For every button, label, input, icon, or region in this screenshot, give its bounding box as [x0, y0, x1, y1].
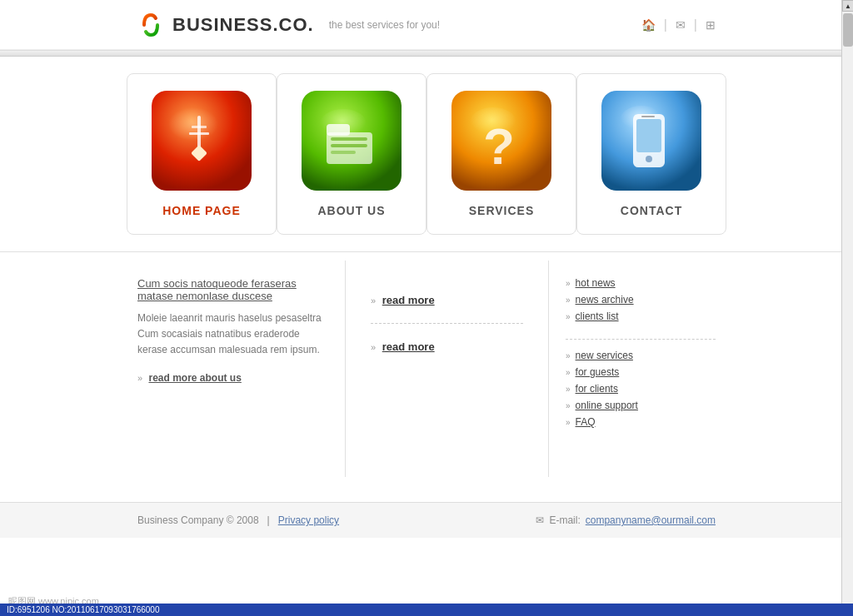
- home-icon[interactable]: 🏠: [641, 18, 656, 32]
- header: BUSINESS.CO. the best services for you! …: [0, 0, 853, 50]
- mid-chevron-1: »: [371, 296, 376, 306]
- email-address[interactable]: companyname@ourmail.com: [586, 514, 716, 526]
- email-icon[interactable]: ✉: [676, 18, 686, 32]
- news-archive-link[interactable]: » news archive: [566, 294, 716, 306]
- for-guests-anchor[interactable]: for guests: [576, 366, 620, 378]
- online-support-link[interactable]: » online support: [566, 400, 716, 411]
- dbl-arrow-new-services: »: [566, 351, 571, 360]
- left-paragraph-1: Moleie laeanrit mauris haselus pesaseltr…: [137, 310, 328, 359]
- footer-right: ✉ E-mail: companyname@ourmail.com: [536, 514, 716, 526]
- nav-item-contact[interactable]: CONTACT: [576, 73, 726, 235]
- left-title-link-1[interactable]: Cum socis natoqueode feraseras matase ne…: [137, 277, 297, 302]
- about-nav-icon: [302, 91, 402, 191]
- footer-left: Business Company © 2008 | Privacy policy: [137, 514, 339, 526]
- dbl-arrow-for-clients: »: [566, 385, 571, 394]
- copyright-text: Business Company © 2008: [137, 514, 259, 526]
- faq-anchor[interactable]: FAQ: [576, 416, 596, 428]
- nav-item-home[interactable]: HOME PAGE: [127, 73, 277, 235]
- clients-list-anchor[interactable]: clients list: [576, 310, 619, 322]
- mid-column: » read more » read more: [346, 261, 549, 477]
- news-archive-anchor[interactable]: news archive: [576, 294, 634, 306]
- email-icon-footer: ✉: [536, 514, 544, 526]
- left-readmore: » read more about us: [137, 372, 328, 384]
- services-nav-icon: ?: [451, 91, 551, 191]
- online-support-anchor[interactable]: online support: [576, 400, 638, 411]
- privacy-policy-link[interactable]: Privacy policy: [278, 514, 339, 526]
- right-column: » hot news » news archive » clients list…: [549, 261, 716, 477]
- home-nav-icon: [152, 91, 252, 191]
- dbl-arrow-faq: »: [566, 418, 571, 427]
- svg-rect-9: [327, 124, 350, 136]
- nav-strip: [0, 50, 853, 57]
- brand-tagline: the best services for you!: [329, 19, 440, 31]
- dbl-arrow-for-guests: »: [566, 368, 571, 377]
- nav-item-services[interactable]: ? SERVICES: [426, 73, 576, 235]
- svg-rect-8: [327, 132, 372, 164]
- nav-services-label: SERVICES: [469, 204, 535, 217]
- svg-rect-21: [641, 116, 655, 117]
- readmore-chevron: »: [137, 373, 142, 383]
- left-column: Cum socis natoqueode feraseras matase ne…: [137, 261, 346, 477]
- mid-readmore-link-1[interactable]: read more: [382, 294, 435, 306]
- nav-contact-label: CONTACT: [621, 204, 682, 217]
- for-clients-anchor[interactable]: for clients: [576, 383, 618, 395]
- new-services-link[interactable]: » new services: [566, 350, 716, 361]
- svg-rect-12: [331, 151, 356, 154]
- header-left: BUSINESS.CO. the best services for you!: [137, 12, 440, 38]
- svg-rect-10: [331, 137, 367, 141]
- mid-readmore-block-2: » read more: [371, 324, 523, 370]
- contact-nav-icon: [601, 91, 701, 191]
- nav-about-label: ABOUT US: [317, 204, 385, 217]
- sitemap-icon[interactable]: ⊞: [706, 18, 716, 32]
- svg-rect-3: [189, 132, 209, 135]
- dbl-arrow-online-support: »: [566, 401, 571, 410]
- header-icons: 🏠 | ✉ | ⊞: [641, 17, 716, 32]
- mid-readmore-link-2[interactable]: read more: [382, 340, 435, 353]
- dbl-arrow-clients-list: »: [566, 312, 571, 321]
- content-area: Cum socis natoqueode feraseras matase ne…: [0, 252, 853, 485]
- readmore-about-link[interactable]: read more about us: [148, 372, 241, 384]
- dbl-arrow-hot-news: »: [566, 279, 571, 288]
- nav-item-about[interactable]: ABOUT US: [277, 73, 426, 235]
- dbl-arrow-news-archive: »: [566, 296, 571, 305]
- footer-separator: |: [267, 514, 270, 526]
- svg-point-20: [646, 156, 652, 162]
- svg-rect-0: [152, 91, 252, 191]
- mid-readmore-block-1: » read more: [371, 277, 523, 324]
- email-label: E-mail:: [549, 514, 580, 526]
- left-title-1: Cum socis natoqueode feraseras matase ne…: [137, 277, 328, 302]
- svg-point-1: [168, 107, 218, 141]
- svg-rect-19: [636, 119, 661, 152]
- for-clients-link[interactable]: » for clients: [566, 383, 716, 395]
- new-services-anchor[interactable]: new services: [576, 350, 633, 361]
- right-divider: [566, 339, 716, 340]
- clients-list-link[interactable]: » clients list: [566, 310, 716, 322]
- scroll-thumb[interactable]: [843, 13, 853, 47]
- mid-chevron-2: »: [371, 342, 376, 352]
- scroll-up-arrow[interactable]: ▲: [842, 0, 853, 12]
- svg-text:?: ?: [483, 117, 515, 175]
- hot-links-section: » hot news » news archive » clients list: [566, 277, 716, 322]
- footer: Business Company © 2008 | Privacy policy…: [0, 502, 853, 538]
- scrollbar[interactable]: ▲ ▼: [841, 0, 853, 538]
- faq-link[interactable]: » FAQ: [566, 416, 716, 428]
- nav-home-label: HOME PAGE: [162, 204, 241, 217]
- svg-rect-11: [331, 144, 367, 147]
- service-links-section: » new services » for guests » for client…: [566, 350, 716, 428]
- brand-name: BUSINESS.CO.: [172, 14, 314, 36]
- nav-icons: HOME PAGE ABOUT US: [0, 57, 853, 252]
- svg-rect-4: [192, 126, 207, 128]
- hot-news-anchor[interactable]: hot news: [576, 277, 616, 289]
- logo-icon: [137, 12, 164, 38]
- hot-news-link[interactable]: » hot news: [566, 277, 716, 289]
- for-guests-link[interactable]: » for guests: [566, 366, 716, 378]
